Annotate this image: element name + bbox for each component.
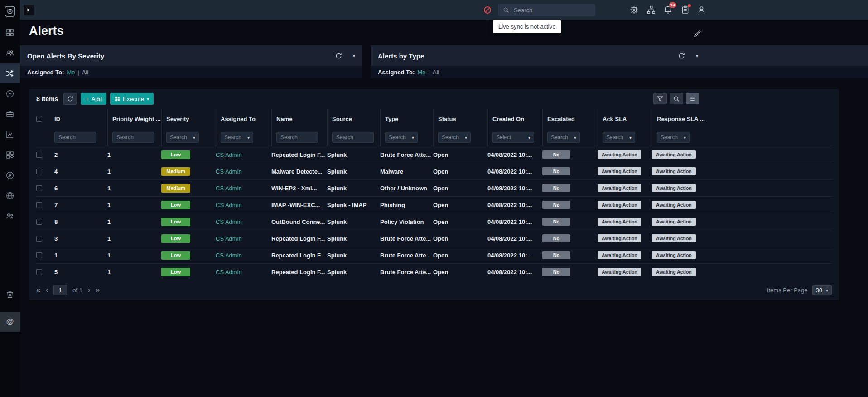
sidebar-item-reports[interactable]	[0, 125, 20, 145]
column-header-status[interactable]: Status	[433, 109, 487, 129]
select-all-checkbox[interactable]	[36, 116, 42, 122]
pending-tasks-icon[interactable]	[681, 5, 690, 15]
filter-assigned-to-select[interactable]: Search▾	[221, 132, 253, 143]
row-checkbox[interactable]	[36, 236, 42, 242]
notifications-bell-icon[interactable]: 13	[664, 5, 673, 15]
alert-row[interactable]: 1 1 Low CS Admin Repeated Login F... Spl…	[36, 247, 832, 263]
cell-name[interactable]: Repeated Login F...	[271, 151, 327, 158]
add-button[interactable]: + Add	[81, 93, 106, 105]
column-header-response-sla[interactable]: Response SLA ...	[652, 109, 832, 129]
cell-assigned-to[interactable]: CS Admin	[216, 235, 271, 242]
sidebar-item-dashboards[interactable]	[0, 23, 20, 43]
user-profile-icon[interactable]	[697, 5, 706, 15]
cell-assigned-to[interactable]: CS Admin	[216, 252, 271, 259]
cell-name[interactable]: WIN-EP2 - Xml...	[271, 185, 327, 192]
sidebar-item-connectors[interactable]	[0, 186, 20, 206]
live-sync-disabled-icon[interactable]	[483, 5, 492, 15]
filter-source-input[interactable]	[332, 132, 374, 143]
column-header-ack-sla[interactable]: Ack SLA	[598, 109, 652, 129]
cell-assigned-to[interactable]: CS Admin	[216, 218, 271, 225]
global-search[interactable]	[498, 4, 595, 16]
sidebar-item-incident-response[interactable]	[0, 63, 20, 83]
row-checkbox[interactable]	[36, 252, 42, 258]
sidebar-item-navigator[interactable]	[0, 165, 20, 185]
chevron-down-icon[interactable]: ▾	[353, 53, 355, 58]
widget-refresh-icon[interactable]	[678, 53, 685, 59]
cell-assigned-to[interactable]: CS Admin	[216, 269, 271, 276]
filter-escalated-select[interactable]: Search▾	[547, 132, 580, 143]
global-search-input[interactable]	[513, 6, 594, 14]
filter-button[interactable]	[653, 93, 667, 104]
app-logo-icon[interactable]	[0, 3, 20, 19]
cell-name[interactable]: Repeated Login F...	[271, 269, 327, 276]
column-header-severity[interactable]: Severity	[161, 109, 216, 129]
filter-created-on-select[interactable]: Select▾	[492, 132, 534, 143]
assigned-all-link[interactable]: All	[433, 69, 439, 76]
alert-row[interactable]: 2 1 Low CS Admin Repeated Login F... Spl…	[36, 146, 832, 163]
cell-name[interactable]: IMAP -WIN-EXC...	[271, 202, 327, 208]
last-page-button[interactable]: »	[96, 286, 100, 294]
org-hierarchy-icon[interactable]	[647, 5, 656, 15]
sidebar-item-user-management[interactable]	[0, 206, 20, 226]
row-checkbox[interactable]	[36, 219, 42, 225]
edit-dashboard-icon[interactable]	[694, 29, 702, 38]
first-page-button[interactable]: «	[36, 286, 40, 294]
cell-assigned-to[interactable]: CS Admin	[216, 202, 271, 208]
prev-page-button[interactable]: ‹	[46, 286, 48, 294]
column-header-escalated[interactable]: Escalated	[542, 109, 598, 129]
cell-assigned-to[interactable]: CS Admin	[216, 168, 271, 175]
widget-refresh-icon[interactable]	[335, 53, 342, 59]
assigned-all-link[interactable]: All	[82, 69, 88, 76]
sidebar-item-automation[interactable]	[0, 84, 20, 104]
cell-assigned-to[interactable]: CS Admin	[216, 185, 271, 192]
sidebar-expand-button[interactable]	[24, 5, 34, 15]
alert-row[interactable]: 7 1 Low CS Admin IMAP -WIN-EXC... Splunk…	[36, 196, 832, 213]
filter-severity-select[interactable]: Search▾	[166, 132, 199, 143]
sidebar-item-recycle-bin[interactable]	[0, 285, 20, 305]
alert-row[interactable]: 3 1 Low CS Admin Repeated Login F... Spl…	[36, 230, 832, 247]
cell-name[interactable]: Repeated Login F...	[271, 252, 327, 259]
row-checkbox[interactable]	[36, 169, 42, 174]
filter-id-input[interactable]	[54, 132, 96, 143]
filter-name-input[interactable]	[276, 132, 318, 143]
row-checkbox[interactable]	[36, 269, 42, 275]
sidebar-item-queue-management[interactable]	[0, 43, 20, 63]
filter-response-sla-select[interactable]: Search▾	[657, 132, 690, 143]
alert-row[interactable]: 6 1 Medium CS Admin WIN-EP2 - Xml... Spl…	[36, 179, 832, 196]
column-header-priority-weight[interactable]: Priority Weight ...	[107, 109, 161, 129]
column-settings-button[interactable]	[686, 93, 699, 104]
grid-refresh-button[interactable]	[63, 93, 77, 105]
column-header-created-on[interactable]: Created On	[487, 109, 542, 129]
column-header-type[interactable]: Type	[380, 109, 433, 129]
alert-row[interactable]: 5 1 Low CS Admin Repeated Login F... Spl…	[36, 263, 832, 280]
sidebar-item-war-rooms[interactable]	[0, 104, 20, 124]
column-header-id[interactable]: ID	[54, 109, 107, 129]
execute-button[interactable]: Execute ▾	[110, 93, 154, 105]
filter-ack-sla-select[interactable]: Search▾	[603, 132, 635, 143]
alert-row[interactable]: 8 1 Low CS Admin OutBound Conne... Splun…	[36, 213, 832, 230]
column-header-assigned-to[interactable]: Assigned To	[216, 109, 271, 129]
cell-assigned-to[interactable]: CS Admin	[216, 151, 271, 158]
settings-gear-icon[interactable]	[630, 5, 639, 15]
row-checkbox[interactable]	[36, 185, 42, 191]
filter-status-select[interactable]: Search▾	[438, 132, 471, 143]
assigned-me-link[interactable]: Me	[67, 69, 75, 76]
assigned-me-link[interactable]: Me	[417, 69, 425, 76]
grid-search-button[interactable]	[670, 93, 683, 104]
items-per-page-select[interactable]: 30 ▾	[812, 285, 832, 295]
cell-name[interactable]: OutBound Conne...	[271, 218, 327, 225]
sidebar-item-widget-library[interactable]	[0, 145, 20, 165]
cell-name[interactable]: Repeated Login F...	[271, 235, 327, 242]
column-header-source[interactable]: Source	[327, 109, 380, 129]
current-page-input[interactable]: 1	[53, 285, 67, 295]
row-checkbox[interactable]	[36, 152, 42, 158]
column-header-name[interactable]: Name	[271, 109, 327, 129]
cell-name[interactable]: Malware Detecte...	[271, 168, 327, 175]
filter-priority-weight-input[interactable]	[112, 132, 154, 143]
alert-row[interactable]: 4 1 Medium CS Admin Malware Detecte... S…	[36, 163, 832, 179]
sidebar-item-support[interactable]: @	[0, 312, 20, 332]
next-page-button[interactable]: ›	[88, 286, 90, 294]
row-checkbox[interactable]	[36, 202, 42, 208]
filter-type-select[interactable]: Search▾	[385, 132, 418, 143]
chevron-down-icon[interactable]: ▾	[696, 53, 698, 58]
